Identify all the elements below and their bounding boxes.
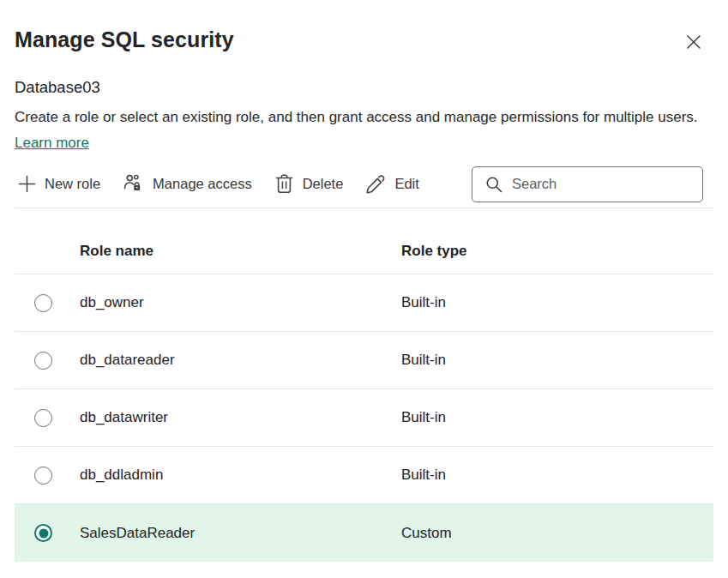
radio-cell: [15, 352, 80, 370]
toolbar: New role Manage access: [15, 166, 713, 202]
role-name: db_owner: [80, 294, 401, 311]
new-role-button[interactable]: New role: [15, 170, 104, 198]
column-header-role-type: Role type: [401, 243, 713, 260]
table-row-db-datawriter[interactable]: db_datawriter Built-in: [15, 389, 713, 447]
radio-cell: [15, 409, 80, 427]
role-type: Built-in: [401, 467, 713, 484]
radio-button[interactable]: [34, 352, 52, 370]
role-name: SalesDataReader: [80, 525, 401, 542]
radio-button-selected[interactable]: [34, 524, 52, 542]
role-name: db_datawriter: [80, 409, 401, 426]
delete-button[interactable]: Delete: [271, 168, 347, 200]
trash-icon: [274, 173, 294, 195]
radio-cell: [15, 294, 80, 312]
radio-button[interactable]: [34, 467, 52, 485]
role-name: db_ddladmin: [80, 467, 401, 484]
role-type: Built-in: [401, 294, 713, 311]
table-row-db-ddladmin[interactable]: db_ddladmin Built-in: [15, 447, 713, 504]
radio-cell: [15, 467, 80, 485]
radio-cell: [15, 524, 80, 542]
column-header-role-name: Role name: [80, 243, 401, 260]
plus-icon: [18, 175, 36, 193]
dialog-description: Create a role or select an existing role…: [15, 105, 713, 156]
edit-button[interactable]: Edit: [362, 169, 422, 200]
person-lock-icon: [123, 173, 144, 195]
search-input[interactable]: [512, 176, 701, 192]
table-header-row: Role name Role type: [15, 208, 713, 274]
role-type: Built-in: [401, 352, 713, 369]
delete-label: Delete: [303, 176, 344, 192]
radio-button[interactable]: [34, 409, 52, 427]
manage-access-button[interactable]: Manage access: [119, 168, 256, 200]
roles-table: Role name Role type db_owner Built-in db…: [15, 208, 713, 562]
description-text: Create a role or select an existing role…: [15, 109, 698, 125]
learn-more-link[interactable]: Learn more: [15, 135, 89, 151]
edit-label: Edit: [394, 176, 418, 192]
role-type: Built-in: [401, 409, 713, 426]
search-icon: [484, 175, 503, 194]
manage-sql-security-dialog: Manage SQL security Database03 Create a …: [0, 27, 728, 562]
role-type: Custom: [401, 525, 713, 542]
new-role-label: New role: [45, 176, 100, 192]
manage-access-label: Manage access: [153, 176, 252, 192]
database-name: Database03: [15, 78, 713, 97]
table-row-db-datareader[interactable]: db_datareader Built-in: [15, 332, 713, 389]
dialog-header: Manage SQL security: [15, 27, 713, 55]
table-row-salesdatareader[interactable]: SalesDataReader Custom: [15, 504, 713, 562]
page-title: Manage SQL security: [15, 27, 234, 52]
radio-button[interactable]: [34, 294, 52, 312]
role-name: db_datareader: [80, 352, 401, 369]
pencil-icon: [365, 174, 386, 195]
search-box: [472, 166, 703, 202]
close-icon: [686, 34, 701, 50]
table-row-db-owner[interactable]: db_owner Built-in: [15, 274, 713, 332]
close-button[interactable]: [681, 29, 707, 55]
